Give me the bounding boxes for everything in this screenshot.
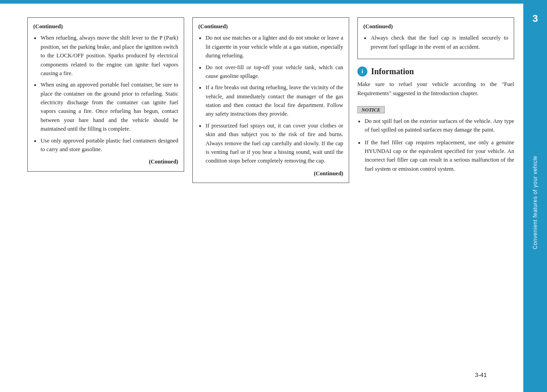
continued-header-2: (Continued) xyxy=(198,22,343,31)
notice-section: NOTICE Do not spill fuel on the exterior… xyxy=(357,105,514,177)
continued-box-3: (Continued) Always check that the fuel c… xyxy=(357,17,514,59)
list-item: When using an approved portable fuel con… xyxy=(41,81,178,133)
information-text: Make sure to refuel your vehicle accordi… xyxy=(357,80,514,98)
page-content: (Continued) When refueling, always move … xyxy=(0,4,547,392)
notice-label: NOTICE xyxy=(357,106,385,113)
page-number: 3-41 xyxy=(475,367,514,383)
information-title: Information xyxy=(371,67,414,76)
continued-footer-2: (Continued) xyxy=(198,169,343,178)
list-item: Always check that the fuel cap is instal… xyxy=(371,34,508,51)
information-header: i Information xyxy=(357,66,514,76)
chapter-number: 3 xyxy=(532,13,538,25)
list-item: When refueling, always move the shift le… xyxy=(41,34,178,78)
columns-container: (Continued) When refueling, always move … xyxy=(27,17,514,367)
list-item: Do not over-fill or top-off your vehicle… xyxy=(206,63,343,81)
information-section: i Information Make sure to refuel your v… xyxy=(357,66,514,98)
column-1: (Continued) When refueling, always move … xyxy=(27,17,184,367)
continued-footer-1: (Continued) xyxy=(33,158,178,166)
continued-header-3: (Continued) xyxy=(363,22,508,31)
sidebar: 3 Convenient features of your vehicle xyxy=(523,4,547,392)
column-3: (Continued) Always check that the fuel c… xyxy=(357,17,514,367)
list-item: If pressurized fuel sprays out, it can c… xyxy=(206,122,343,166)
list-item: Do not spill fuel on the exterior surfac… xyxy=(365,117,514,135)
list-item: Do not use matches or a lighter and do n… xyxy=(206,34,343,60)
list-item: Use only approved portable plastic fuel … xyxy=(41,137,178,154)
column-2: (Continued) Do not use matches or a ligh… xyxy=(192,17,349,367)
column1-list: When refueling, always move the shift le… xyxy=(33,34,178,154)
column3-continued-list: Always check that the fuel cap is instal… xyxy=(363,34,508,51)
top-accent-bar xyxy=(0,0,547,4)
sidebar-label: Convenient features of your vehicle xyxy=(532,156,538,249)
continued-header-1: (Continued) xyxy=(33,22,178,31)
continued-box-2: (Continued) Do not use matches or a ligh… xyxy=(192,17,349,183)
main-area: (Continued) When refueling, always move … xyxy=(0,4,523,392)
continued-box-1: (Continued) When refueling, always move … xyxy=(27,17,184,172)
bottom-area: 3-41 xyxy=(27,367,514,383)
list-item: If a fire breaks out during refueling, l… xyxy=(206,83,343,119)
list-item: If the fuel filler cap requires replacem… xyxy=(365,138,514,174)
notice-list: Do not spill fuel on the exterior surfac… xyxy=(357,117,514,173)
column2-list: Do not use matches or a lighter and do n… xyxy=(198,34,343,165)
information-icon: i xyxy=(357,66,367,76)
